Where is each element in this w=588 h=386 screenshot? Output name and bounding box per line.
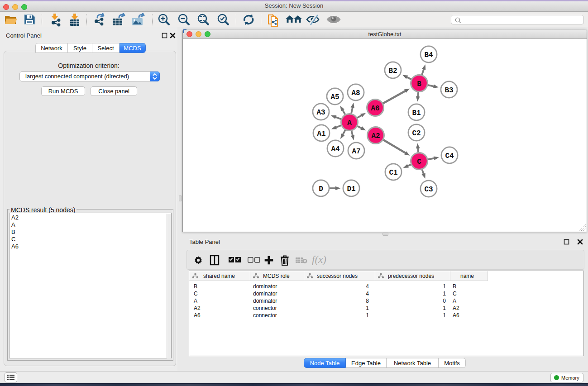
svg-text:C: C — [417, 158, 421, 166]
svg-text:B3: B3 — [445, 86, 453, 95]
svg-text:A8: A8 — [351, 89, 360, 97]
svg-text:A7: A7 — [352, 148, 360, 156]
svg-text:A4: A4 — [331, 145, 340, 153]
svg-text:C1: C1 — [389, 169, 397, 177]
svg-text:C3: C3 — [424, 186, 433, 194]
svg-text:A2: A2 — [371, 132, 380, 140]
svg-text:A: A — [347, 119, 352, 127]
svg-text:A5: A5 — [330, 93, 339, 101]
svg-text:B4: B4 — [424, 51, 433, 59]
svg-text:A3: A3 — [316, 109, 325, 117]
svg-text:A1: A1 — [317, 130, 325, 138]
svg-text:B2: B2 — [388, 67, 397, 75]
svg-text:D1: D1 — [347, 185, 355, 193]
svg-text:A6: A6 — [371, 105, 379, 113]
svg-text:B: B — [417, 80, 421, 88]
svg-text:C2: C2 — [412, 129, 421, 138]
svg-text:D: D — [319, 185, 323, 193]
svg-text:C4: C4 — [445, 152, 454, 160]
svg-text:B1: B1 — [412, 109, 421, 117]
